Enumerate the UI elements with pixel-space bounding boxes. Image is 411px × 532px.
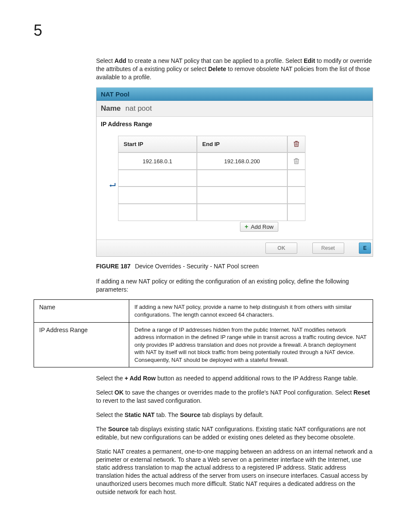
ip-range-table: Start IP End IP 192.168.0.1 1 bbox=[118, 136, 305, 221]
parameter-table: Name If adding a new NAT policy, provide… bbox=[34, 299, 373, 367]
bold-text: OK bbox=[115, 389, 124, 396]
plus-icon: + bbox=[245, 224, 248, 230]
trash-icon bbox=[288, 158, 305, 165]
text: to save the changes or overrides made to… bbox=[124, 389, 354, 396]
body-paragraph: The Source tab displays existing static … bbox=[96, 425, 373, 442]
table-row: Name If adding a new NAT policy, provide… bbox=[34, 300, 373, 322]
table-row[interactable] bbox=[118, 170, 305, 187]
figure-caption: FIGURE 187Device Overrides - Security - … bbox=[96, 263, 373, 270]
end-ip-cell[interactable]: 192.168.0.200 bbox=[197, 152, 287, 170]
text: to create a new NAT policy that can be a… bbox=[126, 57, 304, 64]
col-start-ip[interactable]: Start IP bbox=[118, 136, 197, 153]
text: Select the bbox=[96, 411, 125, 418]
name-row: Name nat poot bbox=[97, 101, 373, 117]
ok-button[interactable]: OK bbox=[265, 243, 297, 254]
end-ip-cell[interactable] bbox=[197, 187, 287, 204]
text: to revert to the last saved configuratio… bbox=[96, 397, 202, 404]
bold-text: Source bbox=[108, 426, 128, 432]
text: tab displays existing static NAT configu… bbox=[96, 426, 365, 441]
table-row: IP Address Range Define a range of IP ad… bbox=[34, 322, 373, 367]
panel-footer: OK Reset E bbox=[97, 240, 373, 256]
text: The bbox=[96, 426, 108, 432]
ip-range-fieldset: IP Address Range bbox=[101, 124, 368, 236]
text: Select the bbox=[96, 375, 125, 382]
trash-icon bbox=[288, 140, 305, 147]
start-ip-cell[interactable] bbox=[118, 170, 197, 187]
exit-button[interactable]: E bbox=[359, 243, 371, 254]
col-end-ip[interactable]: End IP bbox=[197, 136, 287, 153]
text: Select bbox=[96, 389, 115, 396]
start-ip-cell[interactable]: 192.168.0.1 bbox=[118, 152, 197, 170]
bold-text: Reset bbox=[353, 389, 370, 396]
bold-add: Add bbox=[115, 57, 126, 64]
intro-paragraph: Select Add to create a new NAT policy th… bbox=[96, 57, 373, 81]
end-ip-cell[interactable] bbox=[197, 204, 287, 221]
body-paragraph: Static NAT creates a permanent, one-to-o… bbox=[96, 448, 373, 496]
text: tab displays by default. bbox=[200, 411, 263, 418]
fieldset-legend: IP Address Range bbox=[101, 121, 155, 128]
text: tab. The bbox=[155, 411, 180, 418]
name-label: Name bbox=[101, 104, 121, 112]
end-ip-cell[interactable] bbox=[197, 170, 287, 187]
param-key: IP Address Range bbox=[34, 322, 129, 367]
delete-row-button[interactable] bbox=[287, 170, 305, 187]
bold-text: Static NAT bbox=[125, 411, 155, 418]
delete-row-button[interactable] bbox=[287, 152, 305, 170]
body-paragraph: Select OK to save the changes or overrid… bbox=[96, 389, 373, 405]
table-row[interactable]: 192.168.0.1 192.168.0.200 bbox=[118, 152, 305, 170]
start-ip-cell[interactable] bbox=[118, 187, 197, 204]
table-row[interactable] bbox=[118, 187, 305, 204]
text: Select bbox=[96, 57, 115, 64]
delete-row-button[interactable] bbox=[287, 187, 305, 204]
nat-pool-panel: NAT Pool Name nat poot IP Address Range bbox=[96, 87, 373, 257]
param-key: Name bbox=[34, 300, 129, 322]
name-value: nat poot bbox=[125, 104, 152, 112]
bold-edit: Edit bbox=[304, 57, 315, 64]
param-desc: Define a range of IP addresses hidden fr… bbox=[129, 322, 373, 367]
reset-button[interactable]: Reset bbox=[312, 243, 344, 254]
col-delete[interactable] bbox=[287, 136, 305, 153]
add-row-label: Add Row bbox=[251, 224, 274, 230]
param-desc: If adding a new NAT policy, provide a na… bbox=[129, 300, 373, 322]
delete-row-button[interactable] bbox=[287, 204, 305, 221]
bold-text: Source bbox=[180, 411, 200, 418]
bold-delete: Delete bbox=[208, 65, 226, 72]
figure-number: FIGURE 187 bbox=[96, 263, 131, 270]
text: button as needed to append additional ro… bbox=[156, 375, 358, 382]
figure-text: Device Overrides - Security - NAT Pool s… bbox=[135, 263, 258, 270]
bold-text: + Add Row bbox=[125, 375, 156, 382]
row-insert-icon[interactable] bbox=[106, 178, 118, 193]
table-row[interactable] bbox=[118, 204, 305, 221]
chapter-number: 5 bbox=[34, 22, 373, 40]
body-paragraph: Select the + Add Row button as needed to… bbox=[96, 374, 373, 383]
params-intro: If adding a new NAT policy or editing th… bbox=[96, 277, 373, 294]
body-paragraph: Select the Static NAT tab. The Source ta… bbox=[96, 411, 373, 419]
add-row-button[interactable]: + Add Row bbox=[240, 222, 278, 232]
panel-title: NAT Pool bbox=[97, 87, 373, 101]
start-ip-cell[interactable] bbox=[118, 204, 197, 221]
